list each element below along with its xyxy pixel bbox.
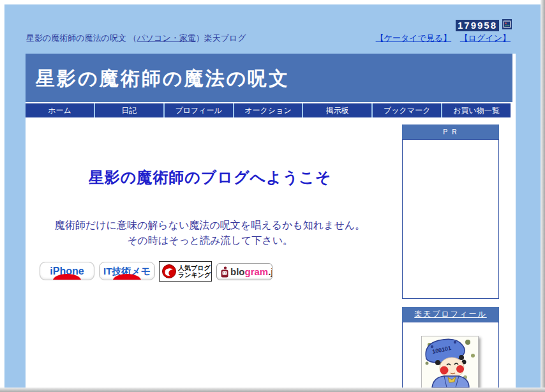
mobile-view-link[interactable]: 【ケータイで見る】 (376, 33, 452, 43)
jester-clown-avatar[interactable]: 100101 (421, 336, 479, 388)
login-link[interactable]: 【ログイン】 (460, 33, 511, 43)
blog-ranking-line2: ランキング (178, 271, 211, 278)
nav-tab-label: オークション (244, 106, 291, 115)
nav-tab-label: プロフィール (175, 106, 221, 115)
nav-tab-label: ブックマーク (384, 106, 430, 115)
pr-content-box (402, 139, 499, 299)
red-circle-mark-icon (161, 264, 177, 279)
blog-ranking-line1: 人気ブログ (178, 264, 211, 271)
nav-tab-profile[interactable]: プロフィール (163, 103, 233, 117)
nav-bar: ホーム 日記 プロフィール オークション 掲示板 ブックマーク お買い物一覧 (26, 103, 511, 117)
nav-tab-label: 掲示板 (326, 106, 349, 115)
category-link[interactable]: パソコン・家電 (137, 33, 196, 43)
intro-paragraph: 魔術師だけに意味の解らない魔法の呪文を唱えるかも知れません。 その時はそっと読み… (26, 218, 394, 248)
nav-tab-diary[interactable]: 日記 (94, 103, 163, 117)
it-memo-banner[interactable]: IT技術メモ (99, 262, 155, 280)
nav-tab-auction[interactable]: オークション (233, 103, 302, 117)
blog-ranking-banner[interactable]: 人気ブログ ランキング (159, 261, 212, 282)
browser-window: 179958 星影の魔術師の魔法の呪文 （パソコン・家電）楽天ブログ 【ケータイ… (0, 0, 545, 392)
nav-tab-label: ホーム (48, 106, 71, 115)
nav-tab-board[interactable]: 掲示板 (302, 103, 371, 117)
welcome-heading: 星影の魔術師のブログへようこそ (26, 167, 394, 188)
window-bottom-edge (0, 388, 545, 392)
window-right-edge (541, 0, 545, 392)
blog-ranking-label: 人気ブログ ランキング (178, 264, 211, 278)
blogram-part2: gram (245, 266, 269, 277)
site-title-suffix: ）楽天ブログ (196, 33, 246, 43)
blogram-part3: .jp (268, 266, 272, 277)
blogram-part1: blo (230, 266, 245, 277)
intro-line-1: 魔術師だけに意味の解らない魔法の呪文を唱えるかも知れません。 (26, 218, 394, 233)
blogram-label: blogram.jp (230, 266, 272, 277)
rakuten-profile-heading: 楽天プロフィール (402, 307, 499, 322)
blog-header-banner: 星影の魔術師の魔法の呪文 (26, 54, 512, 102)
nav-tab-home[interactable]: ホーム (26, 103, 94, 117)
site-title-prefix: 星影の魔術師の魔法の呪文 （ (26, 33, 137, 43)
top-links: 【ケータイで見る】 【ログイン】 (370, 33, 511, 44)
nav-tab-bookmark[interactable]: ブックマーク (371, 103, 441, 117)
pr-heading: ＰＲ (402, 124, 499, 139)
nav-tab-label: 日記 (121, 106, 137, 115)
intro-line-2: その時はそっと読み流して下さい。 (26, 233, 394, 248)
nav-tab-shopping-list[interactable]: お買い物一覧 (441, 103, 511, 117)
blog-title: 星影の魔術師の魔法の呪文 (36, 66, 290, 92)
nav-tab-label: お買い物一覧 (453, 106, 500, 115)
rakuten-profile-link[interactable]: 楽天プロフィール (414, 310, 486, 319)
iphone-banner[interactable]: iPhone (40, 262, 94, 280)
visitor-counter: 179958 (456, 20, 499, 31)
blogram-banner[interactable]: blogram.jp (216, 263, 272, 280)
blogram-mascot-icon (220, 266, 229, 278)
broken-image-icon (502, 19, 512, 29)
site-title-line: 星影の魔術師の魔法の呪文 （パソコン・家電）楽天ブログ (26, 33, 246, 44)
